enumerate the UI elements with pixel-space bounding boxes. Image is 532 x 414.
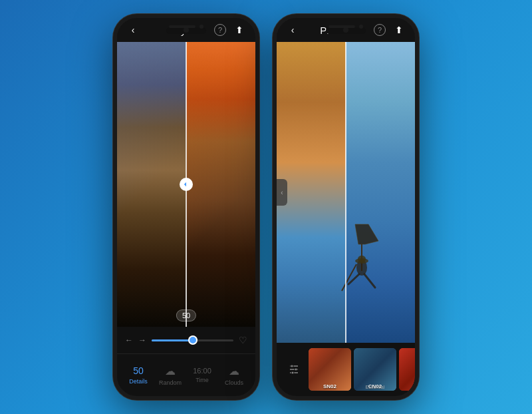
- phones-container: ‹ Sky ? ⬆: [113, 14, 419, 400]
- back-icon-1[interactable]: ‹: [125, 25, 141, 35]
- tab-time-label: Time: [196, 377, 209, 383]
- tab-time[interactable]: 16:00 Time: [186, 367, 218, 383]
- right-overlay: [186, 42, 255, 327]
- split-handle-1[interactable]: [180, 178, 193, 191]
- svg-marker-1: [184, 182, 186, 186]
- preset-cn02[interactable]: CN02 Essential: [354, 348, 396, 391]
- preset-rd03[interactable]: RD03: [399, 348, 415, 391]
- svg-line-5: [364, 274, 375, 288]
- camera-circle-2: [359, 25, 363, 29]
- svg-point-14: [291, 371, 294, 374]
- phone1-image-left: [117, 42, 186, 327]
- tab-random-icon: ☁: [165, 365, 176, 377]
- help-icon-1[interactable]: ?: [214, 24, 226, 36]
- speaker-grille-2: [329, 25, 355, 28]
- tab-random-label: Random: [159, 379, 182, 386]
- svg-point-13: [295, 368, 297, 371]
- phone1-image-right: [186, 42, 255, 327]
- tab-time-value: 16:00: [193, 367, 211, 375]
- speaker-grille-1: [169, 25, 196, 28]
- slider-track-1[interactable]: [152, 339, 233, 341]
- split-line-1[interactable]: [186, 42, 187, 327]
- tab-details-label: Details: [129, 378, 148, 385]
- phone1-nav-bar: ‹ Sky ? ⬆: [117, 18, 255, 42]
- split-line-2[interactable]: [345, 42, 346, 343]
- preset-sn02[interactable]: SN02: [309, 348, 351, 391]
- preset-strip: SN02 CN02 Essential RD03 NN03: [277, 343, 415, 396]
- share-icon-2[interactable]: ⬆: [391, 25, 407, 35]
- arrow-right-icon: →: [138, 335, 146, 345]
- preset-rd03-label: RD03: [399, 383, 415, 389]
- back-icon-2[interactable]: ‹: [285, 25, 301, 35]
- phone1-slider-area: ← → ♡: [117, 327, 255, 353]
- help-icon-2[interactable]: ?: [374, 24, 386, 36]
- camera-circle-1: [200, 25, 203, 29]
- svg-point-12: [291, 365, 293, 367]
- preset-sn02-label: SN02: [309, 383, 351, 389]
- fisherman-svg: [335, 218, 388, 298]
- tab-clouds-icon: ☁: [229, 365, 239, 377]
- essential-label: Essential: [354, 385, 396, 389]
- slider-fill-1: [152, 339, 193, 341]
- phone2-inner: ‹ Primers ? ⬆: [277, 18, 415, 396]
- phone1-nav-icons-right: ? ⬆: [214, 24, 247, 36]
- tab-clouds[interactable]: ☁ Clouds: [218, 365, 250, 386]
- phone2-nav-bar: ‹ Primers ? ⬆: [277, 18, 415, 42]
- tab-details-value: 50: [133, 365, 144, 376]
- share-icon-1[interactable]: ⬆: [231, 25, 247, 35]
- tab-random[interactable]: ☁ Random: [154, 365, 186, 386]
- svg-point-8: [358, 256, 366, 262]
- phone2-nav-icons-right: ? ⬆: [374, 24, 407, 36]
- camera-dot-phone1: [169, 25, 203, 29]
- arrow-left-icon: ←: [125, 335, 133, 345]
- phone1-image-area: 50: [117, 42, 255, 327]
- slider-thumb-1[interactable]: [188, 335, 198, 345]
- phone2-image-area: ‹: [277, 42, 415, 343]
- camera-dot-phone2: [329, 25, 363, 29]
- tab-clouds-label: Clouds: [225, 379, 243, 386]
- tab-details[interactable]: 50 Details: [122, 365, 154, 385]
- phone-2-primers: ‹ Primers ? ⬆: [273, 14, 419, 400]
- phone-1-sky: ‹ Sky ? ⬆: [113, 14, 259, 400]
- side-chevron-2[interactable]: ‹: [277, 179, 287, 206]
- heart-icon-1[interactable]: ♡: [239, 335, 247, 345]
- filter-icon[interactable]: [282, 348, 306, 391]
- left-overlay: [117, 42, 186, 327]
- phone1-bottom-tabs: 50 Details ☁ Random 16:00 Time ☁ Clouds: [117, 353, 255, 396]
- phone1-inner: ‹ Sky ? ⬆: [117, 18, 255, 396]
- split-value-badge: 50: [176, 310, 196, 321]
